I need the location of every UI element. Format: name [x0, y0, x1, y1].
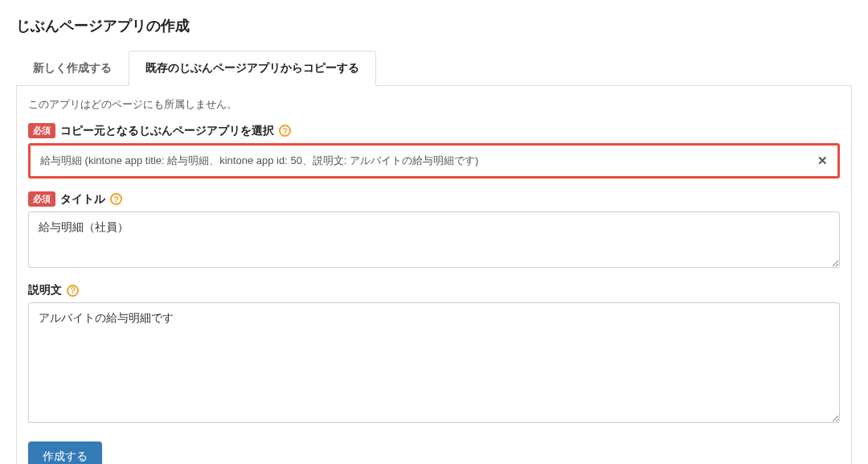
page-title: じぶんページアプリの作成: [16, 16, 852, 35]
tabs: 新しく作成する 既存のじぶんページアプリからコピーする: [16, 50, 852, 86]
title-input[interactable]: [28, 211, 840, 268]
tab-copy[interactable]: 既存のじぶんページアプリからコピーする: [129, 51, 376, 86]
description-input[interactable]: [28, 302, 840, 423]
clear-icon[interactable]: ✕: [817, 154, 828, 168]
help-icon[interactable]: ?: [67, 285, 79, 297]
field-description: 説明文 ?: [28, 283, 840, 425]
field-copy-source: 必須 コピー元となるじぶんページアプリを選択 ? 給与明細 (kintone a…: [28, 123, 840, 179]
submit-button[interactable]: 作成する: [28, 441, 102, 464]
field-label-row: 説明文 ?: [28, 283, 840, 298]
tab-new[interactable]: 新しく作成する: [16, 51, 129, 86]
field-label-row: 必須 コピー元となるじぶんページアプリを選択 ?: [28, 123, 840, 138]
required-badge: 必須: [28, 191, 55, 207]
field-label-row: 必須 タイトル ?: [28, 191, 840, 207]
notice-text: このアプリはどのページにも所属しません。: [28, 97, 840, 112]
help-icon[interactable]: ?: [279, 125, 291, 137]
help-icon[interactable]: ?: [110, 193, 122, 205]
field-title: 必須 タイトル ?: [28, 191, 840, 270]
copy-source-label: コピー元となるじぶんページアプリを選択: [60, 124, 274, 138]
required-badge: 必須: [28, 123, 55, 138]
description-label: 説明文: [28, 283, 62, 298]
copy-source-value: 給与明細 (kintone app title: 給与明細、kintone ap…: [40, 154, 478, 168]
tab-panel: このアプリはどのページにも所属しません。 必須 コピー元となるじぶんページアプリ…: [16, 86, 852, 464]
title-label: タイトル: [60, 192, 105, 207]
copy-source-select[interactable]: 給与明細 (kintone app title: 給与明細、kintone ap…: [28, 143, 840, 179]
